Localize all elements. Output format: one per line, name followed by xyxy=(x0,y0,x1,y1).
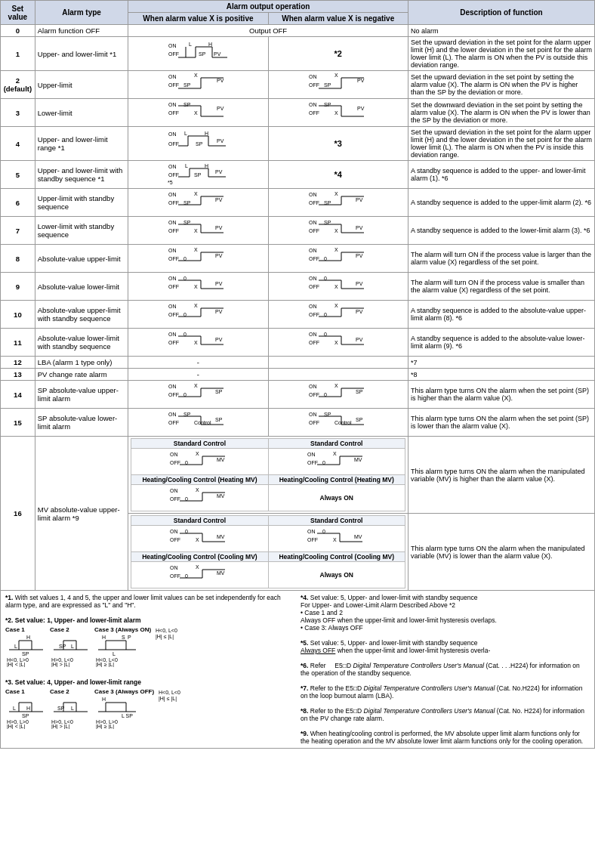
svg-text:ON: ON xyxy=(309,384,317,389)
diagram-11-pos: ONOFF X 0 PV xyxy=(128,329,268,357)
diagram-14-neg: ONOFF X 0 SP xyxy=(268,381,408,409)
svg-text:PV: PV xyxy=(356,197,363,202)
svg-text:PV: PV xyxy=(215,309,223,314)
svg-text:PV: PV xyxy=(356,281,363,286)
svg-text:X: X xyxy=(194,284,198,289)
alarm-type-4: Upper- and lower-limit range *1 xyxy=(35,127,128,161)
svg-text:PV: PV xyxy=(215,281,223,286)
fn2-case2: Case 2 SP L H>0, L<0 |H| > |L| xyxy=(50,626,91,669)
when-negative-header: When alarm value X is negative xyxy=(268,13,408,25)
desc-13: *8 xyxy=(408,369,594,381)
svg-text:PV: PV xyxy=(217,78,224,83)
svg-text:OFF: OFF xyxy=(309,340,319,345)
svg-text:Control: Control xyxy=(194,420,211,425)
set-value-header: Set value xyxy=(1,1,35,25)
set-value-11: 11 xyxy=(1,329,35,357)
svg-text:X: X xyxy=(194,383,198,388)
output-off: Output OFF xyxy=(128,25,408,37)
diagram-4-neg: *3 xyxy=(268,127,408,161)
svg-text:X: X xyxy=(333,537,337,542)
svg-text:Control: Control xyxy=(334,420,352,425)
std-ctrl-label-16-neg: Standard Control xyxy=(268,439,405,449)
fn2-title: *2. Set value: 1, Upper- and lower-limit… xyxy=(5,616,294,624)
table-row: 9 Absolute-value lower-limit ONOFF X 0 P… xyxy=(1,273,595,301)
set-value-9: 9 xyxy=(1,273,35,301)
svg-text:OFF: OFF xyxy=(168,141,179,147)
svg-text:|H| ≥ |L|: |H| ≥ |L| xyxy=(96,724,114,729)
fn3-case2: Case 2 SP L H>0, L<0 |H| > |L| xyxy=(50,688,91,731)
svg-text:H: H xyxy=(102,697,106,702)
desc-11: A standby sequence is added to the absol… xyxy=(408,329,594,357)
std-ctrl-diag-16-neg: ONOFF X 0 MV xyxy=(268,449,405,475)
table-row: 11 Absolute-value lower-limit with stand… xyxy=(1,329,595,357)
set-value-12: 12 xyxy=(1,357,35,369)
svg-text:OFF: OFF xyxy=(168,228,179,233)
svg-text:ON: ON xyxy=(168,304,177,309)
svg-text:SP: SP xyxy=(324,102,331,107)
alarm-type-13: PV change rate alarm xyxy=(35,369,128,381)
svg-text:OFF: OFF xyxy=(309,312,319,317)
diagram-6-neg: ONOFF X SP PV xyxy=(268,189,408,217)
svg-text:|H| < |L|: |H| < |L| xyxy=(7,724,25,729)
diagram-14-pos: ONOFF X 0 SP xyxy=(128,381,268,409)
svg-text:OFF: OFF xyxy=(309,392,319,397)
svg-text:PV: PV xyxy=(356,225,363,230)
svg-text:0: 0 xyxy=(322,529,325,534)
row16-diagrams: Standard Control Standard Control ONOFF … xyxy=(128,437,408,514)
set-value-16: 16 xyxy=(1,437,35,591)
svg-text:PV: PV xyxy=(217,138,224,144)
set-value-6: 6 xyxy=(1,189,35,217)
svg-text:ON: ON xyxy=(168,102,177,107)
diagram-15-pos: ONOFF Control SP SP xyxy=(128,409,268,437)
hc-label-17-pos: Heating/Cooling Control (Cooling MV) xyxy=(131,552,268,562)
svg-text:ON: ON xyxy=(168,164,177,169)
diagram-5-pos: ONOFF LH SP PV *5 xyxy=(128,161,268,189)
svg-text:OFF: OFF xyxy=(168,172,179,178)
table-row: 13 PV change rate alarm - *8 xyxy=(1,369,595,381)
svg-text:MV: MV xyxy=(354,534,362,539)
fn3-case4: H<0, L<0 |H| ≤ |L| xyxy=(157,688,199,731)
svg-text:ON: ON xyxy=(168,74,177,79)
diagram-10-pos: ONOFF X 0 PV xyxy=(128,301,268,329)
svg-text:ON: ON xyxy=(309,412,317,417)
set-value-0: 0 xyxy=(1,25,35,37)
fn5: *5. Set value: 5, Upper- and lower-limit… xyxy=(301,639,590,654)
svg-text:H<0, L<0: H<0, L<0 xyxy=(159,690,180,695)
svg-text:OFF: OFF xyxy=(309,228,319,233)
svg-text:PV: PV xyxy=(215,337,223,342)
svg-text:X: X xyxy=(333,451,337,456)
svg-text:0: 0 xyxy=(324,276,327,281)
svg-text:OFF: OFF xyxy=(170,460,180,465)
svg-text:|H| ≥ |L|: |H| ≥ |L| xyxy=(96,662,114,667)
svg-text:OFF: OFF xyxy=(309,420,319,425)
svg-text:OFF: OFF xyxy=(307,537,318,542)
svg-text:PV: PV xyxy=(215,169,223,175)
desc-9: The alarm will turn ON if the process va… xyxy=(408,273,594,301)
table-row: 7 Lower-limit with standby sequence ONOF… xyxy=(1,217,595,245)
svg-text:OFF: OFF xyxy=(168,420,179,425)
alarm-type-7: Lower-limit with standby sequence xyxy=(35,217,128,245)
svg-text:OFF: OFF xyxy=(307,460,318,465)
svg-text:X: X xyxy=(334,303,338,308)
svg-text:ON: ON xyxy=(170,452,178,457)
svg-text:PV: PV xyxy=(356,253,363,258)
diagram-6-pos: ONOFF X SP PV xyxy=(128,189,268,217)
alarm-type-2: Upper-limit xyxy=(35,71,128,99)
svg-text:ON: ON xyxy=(168,220,177,225)
svg-text:H: H xyxy=(205,131,208,136)
desc-0: No alarm xyxy=(408,25,594,37)
alarm-type-16: MV absolute-value upper-limit alarm *9 xyxy=(35,437,128,591)
diagram-12-neg xyxy=(268,357,408,369)
svg-text:PV: PV xyxy=(215,253,223,258)
svg-text:X: X xyxy=(194,73,198,78)
svg-text:ON: ON xyxy=(168,192,177,197)
alarm-type-10: Absolute-value upper-limit with standby … xyxy=(35,301,128,329)
fn7: *7. Refer to the E5□D Digital Temperatur… xyxy=(301,684,590,700)
table-row: 5 Upper- and lower-limit with standby se… xyxy=(1,161,595,189)
svg-text:ON: ON xyxy=(168,412,177,417)
svg-text:PV: PV xyxy=(356,337,363,342)
alarm-type-header: Alarm type xyxy=(35,1,128,25)
svg-text:|H| ≤ |L|: |H| ≤ |L| xyxy=(156,634,174,640)
alarm-type-12: LBA (alarm 1 type only) xyxy=(35,357,128,369)
svg-text:0: 0 xyxy=(324,256,327,261)
